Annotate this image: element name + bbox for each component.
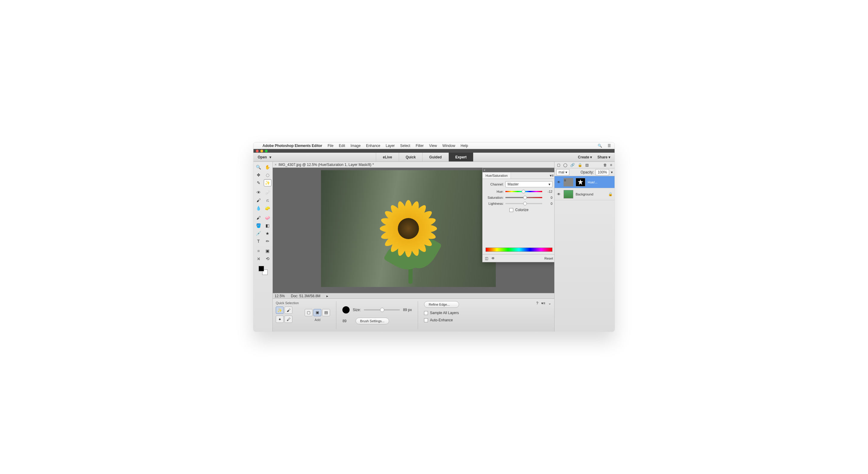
bucket-tool[interactable]: 🪣 [255, 222, 262, 229]
help-icon[interactable]: ? [536, 301, 538, 305]
eyedropper-tool[interactable]: 💉 [255, 230, 262, 237]
pencil-tool[interactable]: ✏ [264, 238, 272, 245]
status-arrow-icon[interactable]: ▸ [327, 294, 328, 298]
close-window-button[interactable] [256, 150, 258, 153]
share-button[interactable]: Share ▾ [597, 155, 610, 159]
close-tab-icon[interactable]: × [275, 163, 277, 167]
text-tool[interactable]: T [255, 238, 262, 245]
channel-select[interactable]: Master▾ [505, 181, 553, 187]
magic-selection-variant[interactable]: ✦ [276, 315, 284, 323]
brush-preview[interactable] [342, 306, 350, 313]
mode-expert[interactable]: Expert [448, 153, 473, 161]
blend-mode-select[interactable]: mal▾ [556, 169, 569, 175]
layer-hue-saturation[interactable]: 👁 ≡ Hue/... [555, 176, 615, 188]
menu-layer[interactable]: Layer [386, 144, 395, 148]
menu-edit[interactable]: Edit [339, 144, 345, 148]
sample-all-checkbox[interactable]: Sample All Layers [424, 311, 459, 315]
document-tab[interactable]: × IMG_4307.jpg @ 12.5% (Hue/Saturation 1… [273, 162, 554, 168]
zoom-tool[interactable]: 🔍 [255, 164, 262, 171]
size-num[interactable]: 89 [342, 319, 346, 323]
panel-icon-5[interactable]: ▤ [585, 163, 589, 167]
saturation-value[interactable]: 0 [544, 196, 553, 199]
smart-brush-tool[interactable]: 🖌 [255, 197, 262, 204]
mode-quick[interactable]: Quick [399, 153, 422, 161]
menu-image[interactable]: Image [350, 144, 361, 148]
layer-visibility-icon[interactable]: 👁 [556, 180, 561, 184]
color-swatches[interactable] [258, 266, 268, 275]
saturation-slider[interactable] [505, 196, 542, 199]
blur-tool[interactable]: 💧 [255, 204, 262, 212]
trash-icon[interactable]: 🗑 [603, 163, 607, 167]
menu-filter[interactable]: Filter [415, 144, 424, 148]
new-selection-button[interactable]: ▢ [305, 309, 313, 316]
opacity-input[interactable]: 100% [595, 169, 609, 175]
content-aware-tool[interactable]: ⟲ [264, 255, 272, 262]
lightness-slider[interactable] [505, 202, 542, 205]
chevron-down-icon: ▾ [270, 155, 271, 159]
lasso-tool[interactable]: ✎ [255, 179, 262, 187]
move-tool[interactable]: ✥ [255, 171, 262, 178]
layer-background[interactable]: 👁 Background 🔒 [555, 188, 615, 200]
minimize-window-button[interactable] [260, 150, 263, 153]
list-icon[interactable]: ☰ [608, 144, 611, 148]
menu-select[interactable]: Select [400, 144, 410, 148]
auto-enhance-checkbox[interactable]: Auto-Enhance [424, 318, 459, 322]
clip-icon[interactable]: ◫ [485, 256, 488, 261]
mode-guided[interactable]: Guided [422, 153, 448, 161]
add-selection-button[interactable]: ▣ [313, 309, 321, 316]
sponge-tool[interactable]: 🧽 [264, 204, 272, 212]
straighten-tool[interactable]: ⤨ [255, 255, 262, 262]
shape-tool[interactable]: ★ [264, 230, 272, 237]
panel-icon-4[interactable]: 🔒 [578, 163, 582, 167]
healing-tool[interactable]: 🩹 [264, 189, 272, 196]
visibility-icon[interactable]: 👁 [491, 256, 495, 261]
quick-selection-variant[interactable]: ✨ [276, 307, 284, 314]
menu-view[interactable]: View [429, 144, 437, 148]
open-button[interactable]: Open ▾ [253, 153, 276, 161]
menu-file[interactable]: File [328, 144, 333, 148]
brush-settings-button[interactable]: Brush Settings... [355, 318, 389, 324]
close-panel-icon[interactable]: × [484, 169, 485, 172]
mode-elive[interactable]: eLive [376, 153, 399, 161]
panel-tab[interactable]: Hue/Saturation [483, 172, 511, 178]
selection-brush-variant[interactable]: 🖌 [284, 307, 292, 314]
subtract-selection-button[interactable]: ▤ [322, 309, 330, 316]
lightness-value[interactable]: 0 [544, 202, 553, 205]
gradient-tool[interactable]: ◧ [264, 222, 272, 229]
menu-window[interactable]: Window [442, 144, 456, 148]
size-slider[interactable] [364, 309, 400, 310]
panel-titlebar[interactable]: × [483, 168, 554, 172]
brush-tool[interactable]: 🖌 [255, 214, 262, 221]
zoom-level[interactable]: 12.5% [275, 294, 285, 298]
quick-selection-tool[interactable]: ✨ [264, 179, 272, 187]
options-menu-icon[interactable]: ▾≡ [541, 301, 545, 305]
opacity-dropdown-icon[interactable]: ▾ [611, 170, 613, 174]
create-button[interactable]: Create ▾ [578, 155, 592, 159]
eraser-tool[interactable]: 🧼 [264, 214, 272, 221]
clone-tool[interactable]: ⎌ [264, 197, 272, 204]
colorize-checkbox[interactable]: Colorize [509, 208, 528, 212]
panel-icon-2[interactable]: ◯ [563, 163, 567, 167]
layer-mask-thumb[interactable] [576, 178, 585, 187]
crop-tool[interactable]: ⌗ [255, 247, 262, 255]
marquee-tool[interactable]: ◌ [264, 171, 272, 178]
menu-help[interactable]: Help [461, 144, 468, 148]
recompose-tool[interactable]: ▣ [264, 247, 272, 255]
refine-selection-variant[interactable]: 🖊 [284, 315, 292, 323]
panel-menu-icon[interactable]: ≡ [610, 163, 612, 167]
hue-slider[interactable] [505, 190, 542, 193]
panel-icon-3[interactable]: 🔗 [570, 163, 575, 167]
panel-icon-1[interactable]: ▢ [557, 163, 560, 167]
search-icon[interactable]: 🔍 [598, 144, 602, 148]
panel-menu-icon[interactable]: ▾≡ [548, 173, 554, 178]
reset-button[interactable]: Reset [544, 257, 553, 260]
collapse-icon[interactable]: ⌄ [548, 301, 551, 305]
canvas-area[interactable]: × Hue/Saturation▾≡ Channel: Master▾ Hue:… [273, 168, 554, 293]
refine-edge-button[interactable]: Refine Edge... [424, 301, 459, 308]
layer-visibility-icon[interactable]: 👁 [556, 192, 561, 196]
zoom-window-button[interactable] [265, 150, 268, 153]
hue-value[interactable]: -12 [544, 190, 553, 193]
redeye-tool[interactable]: 👁 [255, 189, 262, 196]
menu-enhance[interactable]: Enhance [366, 144, 380, 148]
hand-tool[interactable]: ✋ [264, 164, 272, 171]
